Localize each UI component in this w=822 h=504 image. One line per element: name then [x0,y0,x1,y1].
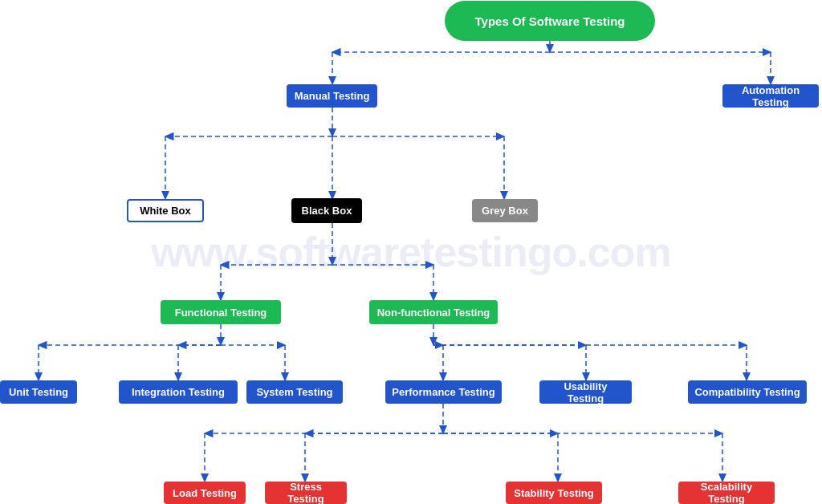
node-nonfunctional: Non-functional Testing [369,300,498,324]
node-system: System Testing [246,380,343,404]
node-usability: Usability Testing [539,380,632,404]
node-automation: Automation Testing [722,84,819,108]
connector-lines [0,0,822,504]
node-stress: Stress Testing [265,482,347,504]
node-compatibility: Compatibility Testing [688,380,807,404]
node-stability: Stability Testing [506,482,602,504]
node-integration: Integration Testing [119,380,238,404]
node-scalability: Scalability Testing [678,482,775,504]
node-manual: Manual Testing [287,84,377,108]
node-functional: Functional Testing [161,300,281,324]
node-blackbox: Black Box [291,198,362,223]
node-unit: Unit Testing [0,380,77,404]
watermark: www.softwaretestingo.com [151,228,670,276]
diagram: www.softwaretestingo.com [0,0,822,504]
node-whitebox: White Box [127,199,204,222]
node-performance: Performance Testing [385,380,502,404]
node-greybox: Grey Box [472,199,538,222]
node-root: Types Of Software Testing [445,1,655,41]
node-load: Load Testing [164,482,246,504]
